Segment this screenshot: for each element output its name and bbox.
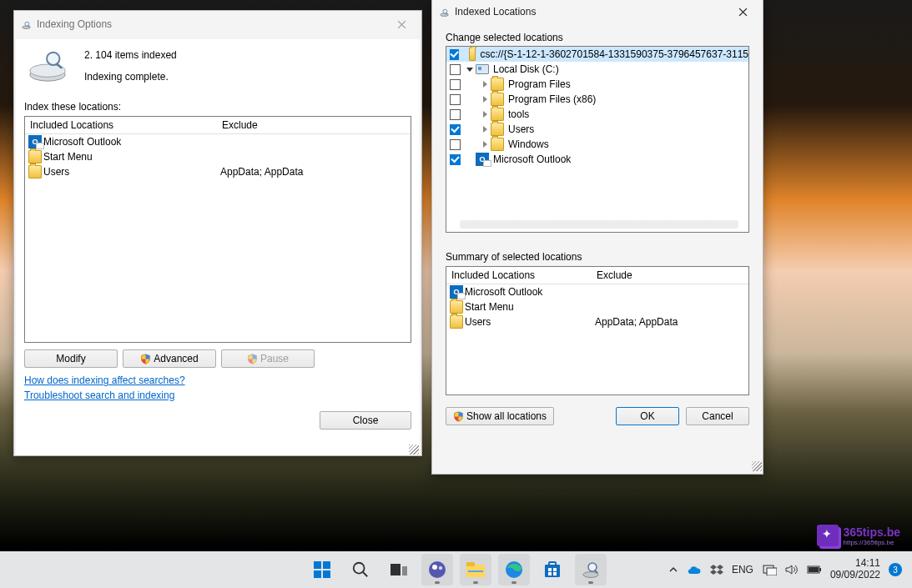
folder-icon — [28, 165, 42, 178]
list-item[interactable]: OMicrosoft Outlook — [446, 284, 748, 299]
svg-rect-27 — [548, 568, 552, 571]
tree-label: tools — [508, 108, 529, 120]
ok-button[interactable]: OK — [616, 407, 679, 425]
checkbox[interactable] — [450, 154, 461, 165]
list-item[interactable]: UsersAppData; AppData — [25, 164, 411, 179]
list-item[interactable]: OMicrosoft Outlook — [25, 134, 411, 149]
col-exclude[interactable]: Exclude — [592, 267, 637, 284]
task-view-button[interactable] — [383, 554, 415, 585]
summary-list: Included Locations Exclude OMicrosoft Ou… — [446, 266, 749, 395]
checkbox[interactable] — [450, 109, 461, 120]
svg-rect-23 — [468, 570, 483, 572]
tree-item[interactable]: Windows — [446, 137, 748, 152]
tree-item[interactable]: csc://{S-1-12-1-3602701584-1331590375-37… — [446, 47, 748, 62]
close-icon[interactable] — [385, 13, 418, 36]
locations-tree[interactable]: csc://{S-1-12-1-3602701584-1331590375-37… — [446, 46, 749, 233]
close-icon[interactable] — [726, 0, 759, 23]
window-title: Indexing Options — [37, 18, 112, 30]
horizontal-scrollbar[interactable] — [460, 220, 738, 229]
list-item[interactable]: UsersAppData; AppData — [446, 314, 748, 329]
indexed-locations-window: Indexed Locations Change selected locati… — [431, 0, 763, 475]
indexing-icon — [21, 19, 32, 30]
checkbox[interactable] — [450, 124, 461, 135]
folder-icon — [491, 123, 504, 136]
resize-grip[interactable] — [409, 445, 419, 455]
svg-rect-29 — [548, 572, 552, 575]
microsoft-store-button[interactable] — [537, 554, 568, 585]
clock[interactable]: 14:11 09/09/2022 — [830, 558, 880, 581]
battery-icon[interactable] — [807, 565, 822, 575]
taskbar[interactable]: ENG 14:11 09/09/2022 3 — [0, 551, 912, 588]
titlebar[interactable]: Indexed Locations — [432, 0, 763, 25]
cancel-button[interactable]: Cancel — [686, 407, 749, 425]
summary-label: Summary of selected locations — [446, 251, 749, 263]
indexing-options-taskbar-button[interactable] — [575, 554, 607, 585]
resize-grip[interactable] — [752, 461, 762, 471]
search-button[interactable] — [345, 554, 376, 585]
show-all-locations-button[interactable]: Show all locations — [446, 407, 554, 425]
svg-rect-25 — [545, 565, 560, 577]
checkbox[interactable] — [450, 139, 461, 150]
onedrive-icon[interactable] — [687, 565, 702, 575]
tree-item[interactable]: Program Files (x86) — [446, 92, 748, 107]
checkbox[interactable] — [450, 79, 461, 90]
tree-item[interactable]: Users — [446, 122, 748, 137]
checkbox[interactable] — [450, 64, 461, 75]
modify-button[interactable]: Modify — [24, 349, 118, 368]
collapse-icon[interactable] — [466, 65, 474, 73]
checkbox[interactable] — [450, 49, 459, 60]
tree-label: Program Files (x86) — [508, 93, 596, 105]
link-troubleshoot[interactable]: Troubleshoot search and indexing — [24, 389, 174, 401]
close-button[interactable]: Close — [320, 411, 411, 430]
tree-item[interactable]: OMicrosoft Outlook — [446, 152, 748, 167]
svg-rect-37 — [819, 568, 821, 571]
outlook-icon: O — [450, 285, 463, 299]
indexing-icon — [439, 7, 450, 18]
network-icon[interactable] — [762, 564, 777, 575]
svg-rect-35 — [767, 568, 777, 575]
locations-list: Included Locations Exclude OMicrosoft Ou… — [24, 116, 411, 343]
expand-icon[interactable] — [481, 80, 489, 88]
dropbox-icon[interactable] — [710, 564, 723, 575]
folder-icon — [450, 315, 463, 329]
tree-label: Local Disk (C:) — [493, 63, 559, 75]
item-name: Microsoft Outlook — [465, 286, 542, 298]
advanced-button[interactable]: Advanced — [123, 349, 216, 368]
col-exclude[interactable]: Exclude — [217, 117, 263, 133]
shield-icon — [453, 411, 464, 422]
expand-icon[interactable] — [481, 95, 489, 103]
svg-rect-28 — [553, 568, 557, 571]
link-how-affect[interactable]: How does indexing affect searches? — [24, 374, 185, 386]
expand-icon[interactable] — [481, 140, 489, 148]
svg-point-19 — [432, 565, 437, 570]
teams-button[interactable] — [421, 554, 453, 585]
chevron-up-icon[interactable] — [668, 565, 678, 575]
list-item[interactable]: Start Menu — [25, 149, 411, 164]
notification-badge[interactable]: 3 — [889, 563, 902, 576]
file-explorer-button[interactable] — [460, 554, 491, 585]
watermark: 365tips.be https://365tips.be — [817, 525, 900, 546]
list-item[interactable]: Start Menu — [446, 299, 748, 314]
expand-icon[interactable] — [481, 125, 489, 133]
col-included[interactable]: Included Locations — [25, 117, 217, 133]
edge-button[interactable] — [498, 554, 530, 585]
svg-rect-17 — [402, 566, 407, 575]
pause-button: Pause — [221, 349, 315, 368]
col-included[interactable]: Included Locations — [446, 267, 592, 284]
svg-rect-22 — [466, 562, 475, 566]
folder-icon — [28, 150, 42, 163]
checkbox[interactable] — [450, 94, 461, 105]
tree-item[interactable]: tools — [446, 107, 748, 122]
search-icon — [351, 560, 370, 579]
tree-item[interactable]: Program Files — [446, 77, 748, 92]
folder-icon — [469, 48, 476, 61]
tree-label: Windows — [508, 138, 549, 150]
language-indicator[interactable]: ENG — [732, 564, 753, 575]
volume-icon[interactable] — [785, 564, 799, 575]
expand-icon[interactable] — [481, 110, 489, 118]
tree-item[interactable]: Local Disk (C:) — [446, 62, 748, 77]
item-name: Start Menu — [43, 151, 93, 163]
folder-icon — [491, 78, 504, 91]
titlebar[interactable]: Indexing Options — [14, 11, 421, 38]
start-button[interactable] — [306, 554, 338, 585]
